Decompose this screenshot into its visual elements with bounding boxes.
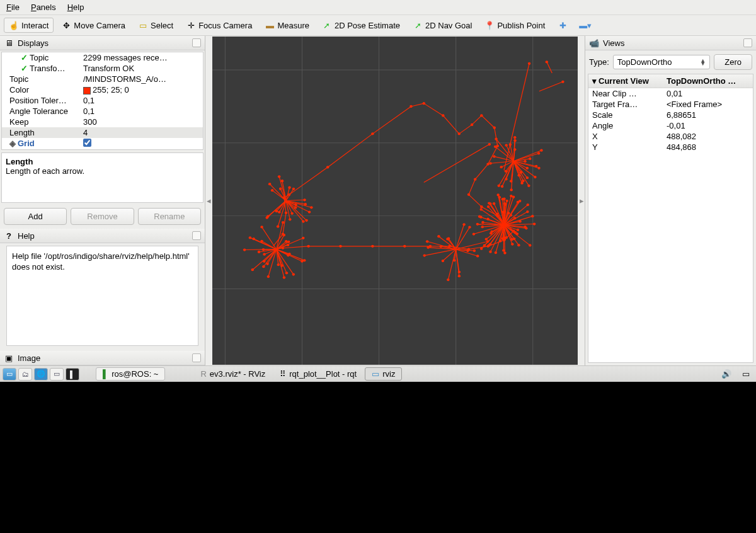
- svg-point-376: [458, 275, 461, 277]
- svg-point-396: [561, 81, 564, 83]
- row-length-key: Length: [4, 128, 83, 137]
- svg-point-332: [500, 166, 502, 168]
- tool-move-camera[interactable]: ✥ Move Camera: [56, 18, 130, 33]
- svg-line-391: [504, 64, 529, 170]
- svg-point-248: [481, 221, 484, 224]
- displays-icon: 🖥: [4, 38, 14, 48]
- svg-point-106: [303, 198, 306, 201]
- svg-point-288: [504, 203, 507, 206]
- svg-line-43: [469, 195, 481, 207]
- svg-point-240: [485, 238, 488, 241]
- window-icon[interactable]: ▭: [50, 368, 64, 381]
- views-header-key: Current View: [598, 76, 649, 86]
- svg-point-250: [501, 198, 504, 200]
- svg-point-154: [287, 241, 290, 243]
- svg-point-96: [308, 210, 311, 213]
- volume-icon[interactable]: 🔊: [716, 369, 736, 379]
- tool-measure[interactable]: ▬ Measure: [260, 18, 314, 33]
- svg-point-334: [540, 149, 542, 152]
- rename-button[interactable]: Rename: [138, 208, 201, 225]
- tool-2d-nav-goal[interactable]: ➚ 2D Nav Goal: [408, 18, 477, 33]
- svg-point-330: [520, 182, 523, 185]
- svg-point-196: [517, 229, 519, 231]
- right-collapse-grip[interactable]: ▸: [578, 36, 585, 365]
- svg-point-170: [301, 260, 303, 263]
- svg-point-254: [517, 201, 519, 203]
- svg-line-371: [456, 224, 464, 249]
- files-icon[interactable]: 🗂: [18, 368, 32, 381]
- terminal-shortcut-icon[interactable]: ▌: [66, 368, 79, 381]
- task-rviz-2[interactable]: ▭rviz: [365, 367, 402, 381]
- zero-button[interactable]: Zero: [714, 54, 752, 70]
- menu-file[interactable]: FFileile: [6, 3, 20, 12]
- svg-point-164: [287, 244, 289, 246]
- svg-line-19: [328, 134, 372, 167]
- svg-line-101: [286, 201, 303, 222]
- svg-point-252: [531, 215, 534, 217]
- svg-point-88: [288, 186, 290, 189]
- dock-toggle-icon[interactable]: [192, 353, 201, 362]
- row-y-key: Y: [588, 142, 663, 152]
- svg-point-110: [277, 225, 279, 227]
- svg-point-300: [522, 180, 524, 182]
- rqt-icon: ⠿: [280, 369, 286, 379]
- task-rqt-plot[interactable]: ⠿rqt_plot__Plot - rqt: [273, 368, 363, 380]
- remove-button[interactable]: Remove: [71, 208, 134, 225]
- svg-point-124: [262, 265, 265, 268]
- svg-point-310: [495, 138, 497, 140]
- show-desktop-icon[interactable]: ▭: [3, 368, 16, 381]
- tool-select[interactable]: ▭ Select: [133, 18, 178, 33]
- svg-point-370: [426, 240, 428, 243]
- grid-checkbox[interactable]: [83, 139, 91, 147]
- left-collapse-grip[interactable]: ◂: [205, 36, 212, 365]
- svg-point-128: [267, 275, 270, 278]
- task-terminal[interactable]: ▌ros@ROS: ~: [96, 367, 165, 381]
- svg-line-23: [411, 103, 423, 106]
- views-panel-title: Views: [603, 38, 740, 48]
- add-button[interactable]: Add: [4, 208, 67, 225]
- tool-publish-point[interactable]: 📍 Publish Point: [479, 18, 550, 33]
- color-swatch: [83, 87, 91, 95]
- dock-toggle-icon[interactable]: [743, 38, 752, 47]
- dock-toggle-icon[interactable]: [192, 231, 201, 240]
- views-table[interactable]: ▾Current View TopDownOrtho … Near Clip ……: [588, 74, 753, 363]
- browser-icon[interactable]: 🌐: [34, 368, 48, 381]
- views-type-combo[interactable]: TopDownOrtho ▲▼: [613, 55, 710, 69]
- svg-point-82: [278, 175, 280, 178]
- svg-point-348: [501, 185, 503, 188]
- svg-point-316: [537, 167, 540, 169]
- camera-icon: 📹: [589, 38, 599, 48]
- menu-help[interactable]: Help: [67, 3, 84, 12]
- svg-point-356: [476, 255, 479, 257]
- svg-point-118: [283, 234, 285, 236]
- svg-line-393: [547, 62, 552, 73]
- displays-tree[interactable]: ✓Topic2299 messages rece… ✓Transfo…Trans…: [1, 52, 203, 150]
- 3d-viewport[interactable]: [212, 37, 578, 365]
- tool-focus-camera[interactable]: ✛ Focus Camera: [181, 18, 257, 33]
- row-keep-key: Keep: [4, 117, 83, 127]
- dock-toggle-icon[interactable]: [192, 38, 201, 47]
- task-rviz-2-label: rviz: [382, 369, 395, 379]
- svg-point-268: [503, 251, 506, 254]
- svg-point-322: [505, 170, 507, 173]
- svg-point-244: [487, 205, 490, 208]
- row-scale-val: 6,88651: [663, 110, 753, 120]
- svg-point-324: [527, 185, 530, 187]
- tray-icon[interactable]: ▭: [738, 369, 753, 379]
- svg-point-130: [292, 273, 295, 275]
- tool-interact[interactable]: ☝ Interact: [4, 18, 54, 33]
- svg-line-55: [469, 246, 488, 249]
- task-rviz-1[interactable]: Rev3.rviz* - RViz: [194, 368, 272, 380]
- tool-plus[interactable]: ✚: [553, 18, 573, 33]
- svg-point-362: [437, 235, 440, 238]
- menu-panels[interactable]: Panels: [31, 3, 56, 12]
- views-panel-header: 📹 Views: [585, 36, 756, 50]
- move-icon: ✥: [61, 20, 71, 30]
- tool-minus[interactable]: ▬▾: [575, 18, 595, 33]
- expand-icon[interactable]: ◈: [9, 139, 16, 148]
- svg-point-158: [260, 226, 263, 228]
- tool-2d-pose-estimate[interactable]: ➚ 2D Pose Estimate: [317, 18, 405, 33]
- expand-caret-icon[interactable]: ▾: [592, 76, 597, 86]
- svg-point-366: [468, 226, 471, 228]
- svg-point-368: [423, 254, 425, 256]
